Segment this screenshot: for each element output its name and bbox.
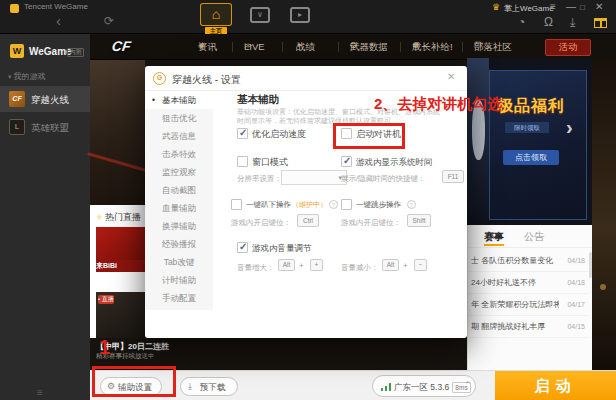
crown-icon xyxy=(492,2,500,12)
title-bar: Tencent WeGame 主页 掌上WeGame xyxy=(0,0,616,34)
home-tab[interactable] xyxy=(200,3,232,26)
crossfire-icon: CF xyxy=(9,91,25,107)
checkbox-one-key-jump[interactable] xyxy=(341,199,352,210)
dialog-menu: 基本辅助 狙击优化 武器信息 击杀特效 监控观察 自动截图 血量辅助 换弹辅助 … xyxy=(145,91,213,310)
carousel-poster[interactable] xyxy=(90,60,145,205)
promo-banner[interactable]: 极品福利 限时领取 点击领取 xyxy=(467,58,592,225)
divider xyxy=(232,42,233,52)
menu-item[interactable]: 血量辅助 xyxy=(145,199,213,217)
close-icon[interactable] xyxy=(595,1,603,12)
sidebar-item-label: 英雄联盟 xyxy=(31,122,69,135)
checkbox-one-key-crouch[interactable] xyxy=(231,199,242,210)
mobile-wegame-label[interactable]: 掌上WeGame xyxy=(504,3,554,14)
hotkey-button[interactable]: F11 xyxy=(442,170,464,183)
server-name: 广东一区 5.3.6 xyxy=(394,382,449,394)
download-icon[interactable] xyxy=(570,15,575,29)
game-nav: CF ◉资讯 ≫LIVE ✦战绩 ✪武器数据 ⚉成长补给! ❐部落社区 活动 xyxy=(90,34,616,60)
dialog-title: 穿越火线 - 设置 xyxy=(172,73,241,87)
checkbox-window-mode[interactable] xyxy=(237,156,248,167)
menu-item[interactable]: 手动配置 xyxy=(145,289,213,307)
info-icon[interactable]: ? xyxy=(407,200,416,209)
resolution-dropdown[interactable] xyxy=(281,170,347,185)
predownload-label: 预下载 xyxy=(200,382,226,394)
menu-item[interactable]: 经验播报 xyxy=(145,235,213,253)
sidebar-item-crossfire[interactable]: CF 穿越火线 xyxy=(0,86,90,112)
hot-live-panel: 热门直播 来BiBi 直播 xyxy=(90,205,145,338)
menu-item-basic[interactable]: 基本辅助 xyxy=(145,91,213,109)
volume-up-modifier-key[interactable]: Alt xyxy=(278,259,295,271)
active-tab-underline xyxy=(484,244,504,246)
banner-side-poster xyxy=(467,58,489,225)
news-item[interactable]: 士 各队伍积分数量变化 04/18 xyxy=(468,250,589,272)
label-optimize-speed: 优化启动速度 xyxy=(252,128,306,140)
crouch-key-button[interactable]: Ctrl xyxy=(297,214,319,227)
my-games-section[interactable]: 我的游戏 xyxy=(8,71,45,82)
maximize-icon[interactable] xyxy=(580,3,585,12)
annotation-step1-number: 1 xyxy=(99,336,110,359)
server-selector[interactable]: 广东一区 5.3.6 8ms xyxy=(372,375,476,397)
beta-badge: 内测 xyxy=(67,48,84,57)
news-item[interactable]: 24小时好礼送不停 04/18 xyxy=(468,272,589,294)
sidebar-item-label: 穿越火线 xyxy=(31,94,69,107)
panel-heading: 基本辅助 xyxy=(237,93,279,107)
lol-icon: L xyxy=(9,119,25,135)
download-icon xyxy=(188,381,192,392)
menu-item[interactable]: 武器信息 xyxy=(145,127,213,145)
tab-esports[interactable]: 赛事 xyxy=(484,230,504,244)
minimize-icon[interactable] xyxy=(566,1,576,12)
label-window-mode: 窗口模式 xyxy=(252,156,288,168)
plus-separator: + xyxy=(299,261,304,270)
plus-separator: + xyxy=(403,261,408,270)
chevron-right-icon[interactable] xyxy=(566,116,573,139)
jump-key-button[interactable]: Shift xyxy=(407,214,431,227)
sidebar-handle-icon[interactable] xyxy=(37,387,43,398)
menu-item[interactable]: 自动截图 xyxy=(145,181,213,199)
live-thumbnail-label: 来BiBi xyxy=(96,260,145,272)
wegame-logo-text: WeGame xyxy=(29,46,72,57)
store-icon[interactable] xyxy=(250,7,270,23)
menu-icon[interactable] xyxy=(550,1,556,12)
menu-item[interactable]: 狙击优化 xyxy=(145,109,213,127)
info-icon[interactable]: ? xyxy=(329,200,338,209)
activity-button[interactable]: 活动 xyxy=(545,39,591,56)
checkbox-volume-control[interactable] xyxy=(237,242,248,253)
predownload-button[interactable]: 预下载 xyxy=(180,377,238,396)
label-time-hotkey: 展示/隐藏时间的快捷键： xyxy=(341,174,426,184)
headset-icon[interactable] xyxy=(544,15,553,29)
news-item[interactable]: 期 翻牌挑战好礼丰厚 04/15 xyxy=(468,316,589,338)
menu-item[interactable]: Tab改键 xyxy=(145,253,213,271)
volume-down-modifier-key[interactable]: Alt xyxy=(382,259,399,271)
checkbox-optimize-speed[interactable] xyxy=(237,128,248,139)
menu-item[interactable]: 换弹辅助 xyxy=(145,217,213,235)
divider xyxy=(282,42,283,52)
checkbox-show-time[interactable] xyxy=(341,156,352,167)
gift-icon[interactable] xyxy=(594,18,607,28)
label-resolution: 分辨率设置： xyxy=(237,174,282,184)
promo-title: 极品福利 xyxy=(497,96,565,117)
menu-item[interactable]: 监控观察 xyxy=(145,163,213,181)
menu-item[interactable]: 击杀特效 xyxy=(145,145,213,163)
launch-button[interactable]: 启动 xyxy=(495,371,616,400)
tab-announcements[interactable]: 公告 xyxy=(524,230,544,244)
divider xyxy=(462,42,463,52)
dialog-close-icon[interactable] xyxy=(447,71,455,82)
refresh-icon[interactable] xyxy=(104,14,114,28)
back-icon[interactable] xyxy=(56,12,61,29)
menu-item[interactable]: 计时辅助 xyxy=(145,271,213,289)
live-thumbnail[interactable]: 直播 xyxy=(96,292,145,338)
wegame-window: Tencent WeGame 主页 掌上WeGame W WeGame 内测 我… xyxy=(0,0,616,400)
live-thumbnail[interactable] xyxy=(96,227,145,260)
chevron-up-icon[interactable] xyxy=(464,380,472,390)
volume-up-key[interactable]: + xyxy=(310,259,323,271)
poster-decoration xyxy=(600,284,606,290)
volume-down-key[interactable]: − xyxy=(414,259,427,271)
compass-icon[interactable] xyxy=(518,15,525,29)
video-icon[interactable] xyxy=(290,7,310,23)
news-panel: 赛事 公告 士 各队伍积分数量变化 04/18 24小时好礼送不停 04/18 … xyxy=(467,225,592,370)
news-item[interactable]: 年 全新荣耀积分玩法即将上线 04/17 xyxy=(468,294,589,316)
claim-button[interactable]: 点击领取 xyxy=(503,150,559,165)
sidebar-item-lol[interactable]: L 英雄联盟 xyxy=(0,114,90,140)
wegame-app-icon xyxy=(10,4,19,13)
annotation-box-step1 xyxy=(92,366,176,397)
live-badge: 直播 xyxy=(98,295,114,304)
